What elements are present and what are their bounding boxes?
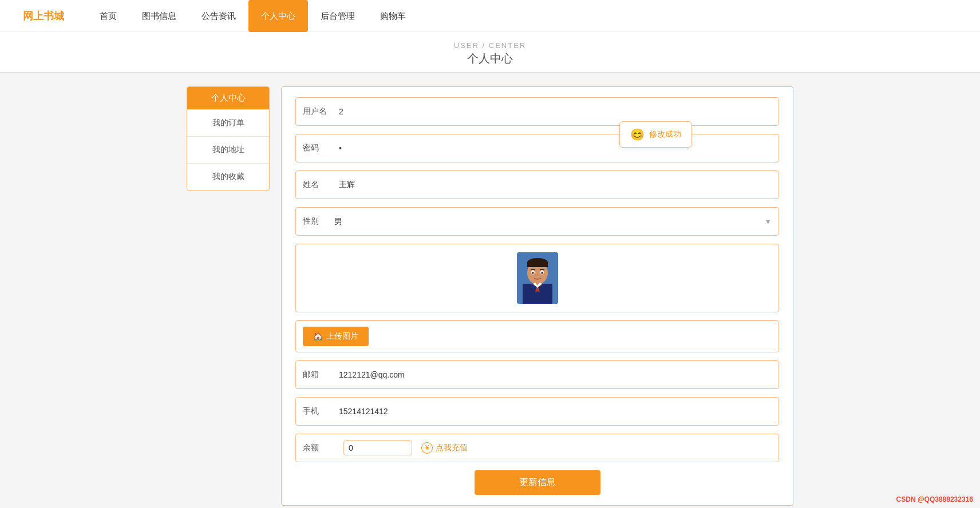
recharge-label: 点我充值: [436, 443, 468, 453]
upload-row: 🏠 上传图片: [295, 320, 779, 352]
password-row: 密码: [295, 134, 779, 162]
svg-rect-6: [527, 261, 548, 267]
success-tooltip: 😊 修改成功: [619, 121, 692, 148]
email-input[interactable]: [334, 370, 772, 379]
nav-item-home[interactable]: 首页: [87, 0, 129, 32]
nav-logo: 网上书城: [23, 9, 64, 23]
sidebar-item-orders[interactable]: 我的订单: [187, 109, 269, 136]
page-header-title: 个人中心: [0, 51, 980, 66]
phone-row: 手机: [295, 397, 779, 426]
update-btn-row: 更新信息: [295, 470, 779, 495]
main-container: 个人中心 我的订单 我的地址 我的收藏 😊 修改成功 用户名 密码 姓名 性别: [175, 86, 805, 506]
nav-item-admin[interactable]: 后台管理: [308, 0, 368, 32]
gender-row: 性别 男 女 ▼: [295, 207, 779, 236]
chevron-down-icon: ▼: [764, 217, 772, 226]
name-label: 姓名: [303, 180, 334, 190]
nav-bar: 网上书城 首页 图书信息 公告资讯 个人中心 后台管理 购物车: [0, 0, 980, 32]
name-input[interactable]: [334, 180, 772, 189]
recharge-button[interactable]: ¥ 点我充值: [421, 442, 468, 454]
success-message: 修改成功: [649, 129, 681, 140]
email-row: 邮箱: [295, 360, 779, 389]
password-label: 密码: [303, 143, 334, 153]
phone-input[interactable]: [334, 407, 772, 416]
username-input[interactable]: [334, 107, 772, 116]
nav-item-books[interactable]: 图书信息: [129, 0, 189, 32]
avatar-row: [295, 244, 779, 312]
update-button[interactable]: 更新信息: [475, 470, 600, 495]
sidebar-header: 个人中心: [187, 87, 269, 109]
yuan-icon: ¥: [421, 442, 433, 454]
svg-point-11: [536, 275, 539, 276]
upload-button[interactable]: 🏠 上传图片: [303, 327, 369, 346]
name-row: 姓名: [295, 170, 779, 199]
nav-item-news[interactable]: 公告资讯: [189, 0, 248, 32]
form-area: 😊 修改成功 用户名 密码 姓名 性别 男 女 ▼: [281, 86, 793, 506]
email-label: 邮箱: [303, 370, 334, 380]
nav-item-cart[interactable]: 购物车: [368, 0, 418, 32]
username-label: 用户名: [303, 106, 334, 117]
page-header: USER / CENTER 个人中心: [0, 32, 980, 73]
avatar: [517, 252, 558, 304]
sidebar: 个人中心 我的订单 我的地址 我的收藏: [187, 86, 270, 190]
balance-label: 余额: [303, 443, 334, 453]
nav-items: 首页 图书信息 公告资讯 个人中心 后台管理 购物车: [87, 0, 418, 32]
smiley-icon: 😊: [630, 128, 645, 141]
phone-label: 手机: [303, 406, 334, 416]
upload-icon: 🏠: [313, 332, 323, 341]
balance-row: 余额 ¥ 点我充值: [295, 434, 779, 462]
nav-item-user-center[interactable]: 个人中心: [248, 0, 308, 32]
password-input[interactable]: [334, 144, 772, 153]
username-row: 用户名: [295, 97, 779, 126]
watermark: CSDN @QQ3888232316: [896, 495, 973, 503]
gender-label: 性别: [303, 216, 334, 227]
svg-point-10: [541, 272, 543, 274]
sidebar-item-favorites[interactable]: 我的收藏: [187, 163, 269, 190]
sidebar-item-address[interactable]: 我的地址: [187, 136, 269, 163]
gender-select[interactable]: 男 女: [334, 217, 764, 226]
page-header-sub: USER / CENTER: [0, 41, 980, 50]
svg-point-9: [532, 272, 534, 274]
balance-input[interactable]: [343, 440, 412, 455]
upload-label: 上传图片: [326, 331, 358, 342]
